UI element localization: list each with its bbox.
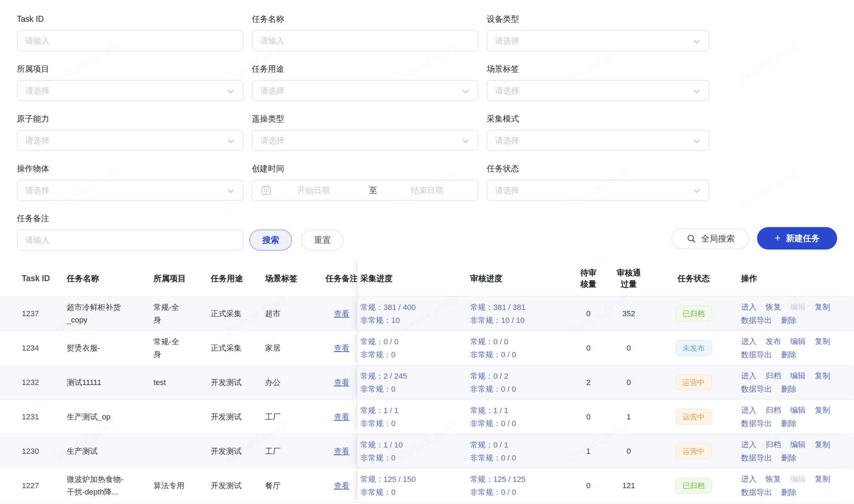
edit-link[interactable]: 编辑 — [790, 335, 806, 348]
select-placeholder: 请选择 — [260, 85, 284, 96]
export-link[interactable]: 数据导出 — [741, 417, 772, 430]
copy-link[interactable]: 复制 — [815, 438, 830, 451]
delete-link[interactable]: 删除 — [781, 383, 796, 396]
enter-link[interactable]: 进入 — [741, 438, 756, 451]
copy-link[interactable]: 复制 — [815, 369, 830, 383]
task-id-input[interactable] — [17, 30, 243, 51]
field-task-name: 任务名称 — [252, 14, 478, 51]
create-task-button[interactable]: + 新建任务 — [757, 227, 837, 250]
field-label: 原子能力 — [17, 114, 243, 124]
view-remark-link[interactable]: 查看 — [334, 445, 349, 458]
col-header-scene: 场景标签 — [265, 260, 321, 296]
task-status-select[interactable]: 请选择 — [487, 180, 709, 201]
search-icon — [686, 233, 697, 244]
task-purpose-select[interactable]: 请选择 — [252, 80, 478, 101]
field-label: 任务状态 — [487, 164, 709, 173]
operation-object-select[interactable]: 请选择 — [17, 180, 243, 201]
chevron-down-icon — [692, 136, 702, 146]
actions-cell: 进入 归档 编辑 复制 数据导出 删除 — [734, 400, 854, 434]
table-row: 1237 超市冷鲜柜补货 _copy 常规-全 身 正式采集 超市 查看 常规：… — [0, 297, 854, 331]
view-remark-link[interactable]: 查看 — [334, 342, 349, 354]
search-button[interactable]: 搜索 — [249, 230, 292, 251]
col-header-status: 任务状态 — [653, 260, 734, 296]
view-remark-link[interactable]: 查看 — [334, 307, 349, 320]
copy-link[interactable]: 复制 — [815, 472, 830, 486]
atomic-ability-select[interactable]: 请选择 — [17, 130, 243, 151]
task-name-cell: 生产测试_op — [67, 400, 153, 434]
project-cell — [153, 400, 211, 434]
export-link[interactable]: 数据导出 — [741, 486, 772, 499]
edit-link[interactable]: 编辑 — [790, 472, 806, 486]
archive-link[interactable]: 归档 — [766, 438, 781, 451]
enter-link[interactable]: 进入 — [741, 404, 756, 417]
scene-cell: 办公 — [265, 365, 321, 399]
task-remark-input[interactable] — [17, 230, 243, 251]
pending-count-cell: 2 — [573, 365, 604, 399]
task-name-input[interactable] — [252, 30, 478, 51]
export-link[interactable]: 数据导出 — [741, 314, 772, 327]
project-cell: 常规-全 身 — [153, 331, 211, 365]
collect-mode-select[interactable]: 请选择 — [487, 130, 709, 151]
field-label: 遥操类型 — [252, 114, 478, 124]
view-remark-link[interactable]: 查看 — [334, 376, 349, 389]
chevron-down-icon — [692, 186, 702, 196]
scene-cell: 工厂 — [265, 400, 321, 434]
field-task-id: Task ID — [17, 14, 243, 51]
field-label: 任务用途 — [252, 64, 478, 74]
task-id-cell: 1227 — [0, 469, 67, 503]
archive-link[interactable]: 归档 — [766, 369, 781, 383]
archive-link[interactable]: 归档 — [766, 404, 781, 417]
edit-link[interactable]: 编辑 — [790, 369, 806, 383]
delete-link[interactable]: 删除 — [781, 314, 796, 327]
copy-link[interactable]: 复制 — [815, 404, 830, 417]
enter-link[interactable]: 进入 — [741, 369, 756, 383]
enter-link[interactable]: 进入 — [741, 300, 756, 314]
field-atomic-ability: 原子能力 请选择 — [17, 114, 243, 151]
status-badge: 运营中 — [676, 443, 712, 459]
actions-cell: 进入 归档 编辑 复制 数据导出 删除 — [734, 434, 854, 468]
actions-cell: 进入 恢复 编辑 复制 数据导出 删除 — [734, 469, 854, 503]
status-badge: 未发布 — [676, 340, 712, 356]
delete-link[interactable]: 删除 — [781, 486, 796, 499]
teleop-type-select[interactable]: 请选择 — [252, 130, 478, 151]
chevron-down-icon — [461, 136, 471, 146]
delete-link[interactable]: 删除 — [781, 417, 796, 430]
reset-button[interactable]: 重置 — [301, 230, 343, 251]
enter-link[interactable]: 进入 — [741, 472, 756, 486]
delete-link[interactable]: 删除 — [781, 451, 796, 465]
select-placeholder: 请选择 — [25, 85, 50, 96]
project-select[interactable]: 请选择 — [17, 80, 243, 101]
delete-link[interactable]: 删除 — [781, 348, 796, 362]
edit-link[interactable]: 编辑 — [790, 300, 806, 314]
export-link[interactable]: 数据导出 — [741, 383, 772, 396]
select-placeholder: 请选择 — [260, 135, 284, 146]
col-header-passed-count: 审核通过量 — [604, 260, 653, 296]
restore-link[interactable]: 恢复 — [766, 472, 781, 486]
restore-link[interactable]: 恢复 — [766, 300, 781, 314]
export-link[interactable]: 数据导出 — [741, 451, 772, 465]
field-label: Task ID — [17, 14, 243, 24]
passed-count-cell: 352 — [604, 297, 653, 331]
device-type-select[interactable]: 请选择 — [487, 30, 709, 51]
view-remark-link[interactable]: 查看 — [334, 411, 349, 423]
global-search-button[interactable]: 全局搜索 — [671, 228, 749, 249]
scene-tag-select[interactable]: 请选择 — [487, 80, 709, 101]
field-label: 操作物体 — [17, 164, 243, 173]
copy-link[interactable]: 复制 — [815, 300, 830, 314]
edit-link[interactable]: 编辑 — [790, 438, 806, 451]
field-collect-mode: 采集模式 请选择 — [487, 114, 709, 151]
enter-link[interactable]: 进入 — [741, 335, 756, 348]
collect-progress-cell: 常规：2 / 245非常规：0 — [357, 365, 467, 399]
col-header-task-id: Task ID — [0, 260, 67, 296]
copy-link[interactable]: 复制 — [815, 335, 830, 348]
task-name-cell: 超市冷鲜柜补货 _copy — [67, 297, 153, 331]
export-link[interactable]: 数据导出 — [741, 348, 772, 362]
view-remark-link[interactable]: 查看 — [334, 479, 349, 492]
create-time-range-picker[interactable]: 开始日期 至 结束日期 — [252, 180, 478, 201]
edit-link[interactable]: 编辑 — [790, 404, 806, 417]
publish-link[interactable]: 发布 — [766, 335, 781, 348]
passed-count-cell: 121 — [604, 469, 653, 503]
task-id-cell: 1230 — [0, 434, 67, 468]
col-header-purpose: 任务用途 — [211, 260, 265, 296]
task-name-cell: 熨烫衣服- — [67, 331, 153, 365]
